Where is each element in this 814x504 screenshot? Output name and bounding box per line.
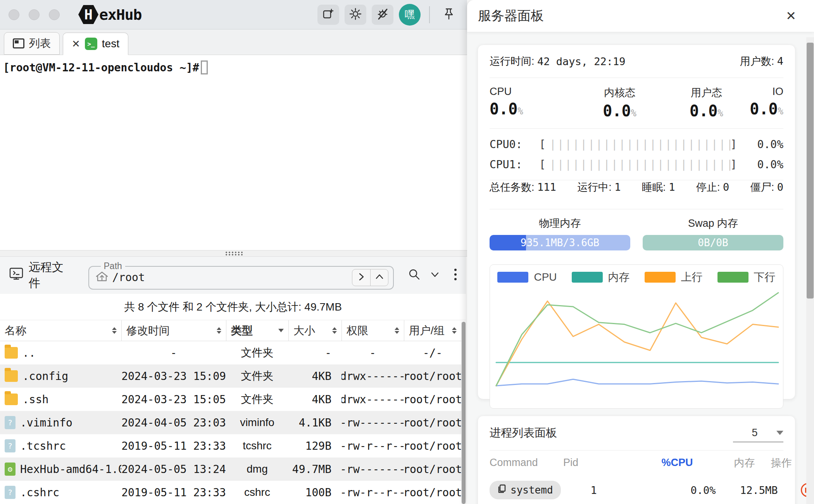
legend-memory: 内存 (572, 270, 630, 285)
stat-kernel: 内核态 0.0% (576, 86, 663, 120)
swap-memory-label: Swap 内存 (643, 216, 783, 230)
sort-arrows-icon[interactable] (332, 327, 337, 334)
sort-arrows-icon[interactable] (112, 327, 117, 334)
table-row[interactable]: .ssh 2024-03-23 15:05 文件夹 4KB drwx------… (0, 388, 461, 411)
file-table-scrollbar[interactable] (461, 322, 466, 504)
drawer-scrollbar[interactable] (806, 37, 814, 504)
upload-swatch (645, 272, 676, 283)
file-more-dropdown-button[interactable] (425, 265, 445, 286)
terminal-prompt: [root@VM-12-11-opencloudos ~]# (3, 61, 199, 74)
physical-memory-text: 935.1MB/3.6GB (490, 235, 630, 250)
new-session-icon (322, 7, 335, 22)
server-stats-card: 运行时间: 42 days, 22:19 用户数: 4 CPU 0.0% 内核态… (478, 45, 795, 399)
copy-icon (497, 484, 507, 496)
task-total: 总任务数: 111 (490, 180, 556, 209)
table-row[interactable]: .config 2024-03-23 15:09 文件夹 4KB drwx---… (0, 364, 461, 388)
package-file-icon: ⚙ (5, 463, 16, 476)
column-header-size[interactable]: 大小 (288, 320, 341, 341)
window-minimize-button[interactable] (29, 9, 40, 20)
uptime-value: 42 days, 22:19 (537, 55, 626, 67)
path-go-button[interactable] (352, 269, 370, 286)
terminal-cursor (201, 60, 208, 74)
window-close-button[interactable] (9, 9, 19, 20)
settings-button[interactable] (345, 5, 366, 25)
table-row[interactable]: ?.tcshrc 2019-05-11 23:33 tcshrc 129B -r… (0, 434, 461, 457)
tab-terminal-test[interactable]: ✕ >_ test (63, 33, 128, 55)
new-session-button[interactable] (317, 5, 339, 25)
path-up-button[interactable] (370, 269, 388, 286)
app-logo: H exHub (78, 5, 141, 25)
column-header-owner[interactable]: 用户/组 (404, 320, 461, 341)
process-command-pill[interactable]: systemd (490, 481, 561, 499)
table-row[interactable]: ⚙HexHub-amd64-1.0… 2024-05-05 13:24 dmg … (0, 457, 461, 481)
column-mtime-label: 修改时间 (126, 323, 170, 338)
remote-monitor-icon (9, 267, 24, 284)
column-header-name[interactable]: 名称 (0, 320, 121, 341)
column-header-type[interactable]: 类型 (226, 320, 288, 341)
tab-close-icon[interactable]: ✕ (72, 38, 80, 50)
unknown-file-icon: ? (5, 439, 16, 452)
folder-icon (5, 394, 18, 405)
theme-toggle-icon (376, 7, 390, 22)
pin-panel-button[interactable] (438, 4, 459, 25)
tab-bar: 列表 ✕ >_ test (0, 29, 467, 55)
file-table: .. - 文件夹 - - -/- .config 2024-03-23 15:0… (0, 341, 461, 504)
scrollbar-thumb[interactable] (462, 322, 466, 504)
sort-arrows-icon[interactable] (395, 327, 399, 334)
hexhub-window: H exHub 嘿 (0, 0, 814, 504)
stat-user: 用户态 0.0% (663, 86, 750, 120)
column-header-mtime[interactable]: 修改时间 (121, 320, 226, 341)
col-cpu[interactable]: %CPU (604, 457, 693, 469)
cpu-swatch (497, 272, 528, 283)
process-panel-title: 进程列表面板 (490, 425, 557, 441)
kebab-menu-icon (454, 268, 457, 283)
file-menu-button[interactable] (445, 265, 466, 286)
path-field[interactable]: Path /root (88, 261, 394, 290)
sort-arrows-icon[interactable] (217, 327, 221, 334)
column-header-perm[interactable]: 权限 (341, 320, 404, 341)
window-zoom-button[interactable] (49, 9, 60, 20)
uptime-label: 运行时间: (490, 54, 535, 68)
task-zombie: 僵尸: 0 (750, 180, 783, 209)
cpu0-meter: CPU0: [ |||||||||||||||||||||||||||||| ]… (490, 134, 783, 154)
page-size-select[interactable]: 5 (733, 424, 783, 442)
user-avatar[interactable]: 嘿 (399, 4, 421, 26)
col-mem[interactable]: 内存 (693, 456, 755, 470)
remote-files-section: 远程文件 (9, 259, 74, 291)
search-icon (408, 268, 421, 283)
task-counts-row: 总任务数: 111 运行中: 1 睡眠: 1 停止: 0 僵尸: 0 (490, 180, 783, 209)
table-row[interactable]: ?.viminfo 2024-04-05 23:03 viminfo 4.1KB… (0, 411, 461, 434)
tab-file-list[interactable]: 列表 (4, 32, 60, 55)
page-size-value: 5 (733, 427, 776, 439)
theme-toggle-button[interactable] (372, 5, 393, 25)
sort-arrows-icon[interactable] (452, 327, 457, 334)
path-input[interactable]: /root (112, 271, 145, 284)
col-command[interactable]: Command (490, 457, 538, 469)
legend-cpu: CPU (497, 271, 557, 283)
performance-chart: CPU 内存 上行 下行 (490, 264, 783, 409)
terminal-pane[interactable]: [root@VM-12-11-opencloudos ~]# (0, 55, 467, 250)
type-filter-chevron-icon[interactable] (278, 329, 284, 332)
server-panel-title: 服务器面板 (478, 7, 544, 25)
folder-icon (5, 370, 18, 382)
task-stopped: 停止: 0 (696, 180, 729, 209)
select-arrow-icon (776, 431, 783, 435)
column-name-label: 名称 (5, 323, 26, 338)
pane-splitter[interactable] (0, 250, 467, 257)
unknown-file-icon: ? (5, 486, 16, 499)
window-pane-icon (13, 38, 24, 48)
scrollbar-thumb[interactable] (807, 43, 814, 299)
tab-terminal-label: test (102, 38, 119, 50)
memory-swatch (572, 272, 603, 283)
legend-upload: 上行 (645, 270, 703, 285)
table-row[interactable]: ?.cshrc 2019-05-11 23:33 cshrc 100B -rw-… (0, 481, 461, 504)
file-search-button[interactable] (404, 265, 424, 286)
home-up-icon[interactable] (95, 271, 109, 285)
close-drawer-button[interactable]: ✕ (786, 9, 796, 23)
table-row[interactable]: .. - 文件夹 - - -/- (0, 341, 461, 364)
col-pid[interactable]: Pid (538, 457, 604, 469)
users-value: 4 (777, 55, 783, 67)
column-size-label: 大小 (293, 323, 315, 338)
chevron-right-icon (357, 272, 366, 283)
server-panel-header: 服务器面板 ✕ (467, 0, 814, 32)
